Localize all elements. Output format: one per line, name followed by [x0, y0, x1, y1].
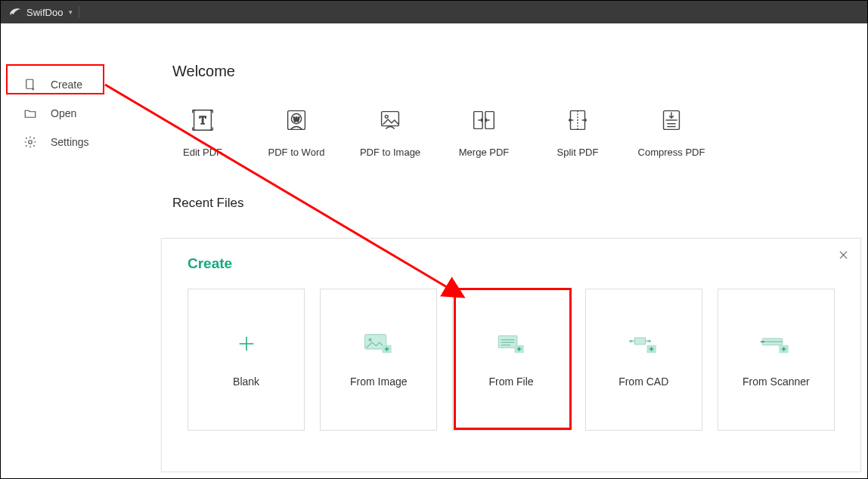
tool-compress-pdf[interactable]: Compress PDF: [641, 106, 702, 158]
app-menu-caret-icon[interactable]: ▾: [69, 8, 73, 16]
create-card-blank[interactable]: Blank: [188, 289, 305, 431]
from-file-icon: [494, 332, 528, 356]
tool-edit-pdf[interactable]: T Edit PDF: [172, 106, 233, 158]
svg-point-35: [630, 340, 633, 343]
svg-rect-34: [635, 338, 646, 345]
create-card-label: From Image: [350, 375, 407, 388]
from-image-icon: [362, 332, 395, 356]
from-scanner-icon: [759, 332, 792, 356]
app-logo-icon: [8, 5, 22, 19]
svg-point-22: [368, 338, 371, 341]
svg-point-1: [29, 141, 33, 144]
sidebar-item-settings[interactable]: Settings: [1, 128, 148, 156]
app-name: SwifDoo: [26, 7, 63, 18]
sidebar-item-label: Create: [51, 79, 82, 91]
tools-row: T Edit PDF W PDF to Word: [172, 106, 867, 158]
sidebar-item-create[interactable]: Create: [1, 70, 148, 99]
split-pdf-icon: [563, 106, 592, 134]
open-icon: [23, 107, 37, 120]
recent-files-heading: Recent Files: [172, 196, 867, 211]
pdf-to-word-icon: W: [282, 106, 311, 134]
create-card-from-cad[interactable]: From CAD: [585, 289, 702, 431]
settings-icon: [23, 135, 37, 149]
svg-text:T: T: [200, 114, 206, 126]
tool-split-pdf[interactable]: Split PDF: [547, 106, 608, 158]
sidebar-item-open[interactable]: Open: [1, 99, 148, 128]
tool-pdf-to-image[interactable]: PDF to Image: [360, 106, 420, 158]
tool-label: Compress PDF: [638, 147, 705, 158]
sidebar-item-label: Settings: [51, 136, 89, 148]
create-card-label: From CAD: [618, 375, 668, 388]
svg-rect-0: [26, 79, 33, 88]
edit-pdf-icon: T: [188, 106, 217, 134]
tool-label: Edit PDF: [183, 147, 222, 158]
svg-text:W: W: [293, 116, 300, 123]
compress-pdf-icon: [657, 106, 686, 134]
sidebar: Create Open Settings: [1, 23, 148, 478]
create-panel-title: Create: [188, 255, 835, 272]
tool-label: PDF to Word: [268, 147, 325, 158]
welcome-heading: Welcome: [172, 63, 867, 80]
create-panel: Create Blank Fro: [161, 238, 861, 472]
from-cad-icon: [627, 332, 660, 356]
create-card-label: Blank: [233, 375, 259, 388]
create-icon: [23, 78, 37, 91]
titlebar: SwifDoo ▾: [1, 1, 867, 23]
tool-pdf-to-word[interactable]: W PDF to Word: [266, 106, 327, 158]
tool-label: PDF to Image: [360, 147, 420, 158]
tool-label: Split PDF: [557, 147, 599, 158]
pdf-to-image-icon: [376, 106, 405, 134]
create-card-from-scanner[interactable]: From Scanner: [718, 289, 835, 431]
close-button[interactable]: [836, 248, 850, 261]
merge-pdf-icon: [470, 106, 498, 134]
tool-label: Merge PDF: [459, 147, 509, 158]
create-card-from-image[interactable]: From Image: [320, 289, 437, 431]
titlebar-separator: [79, 6, 79, 18]
create-card-label: From Scanner: [742, 375, 810, 388]
create-grid: Blank From Image: [188, 289, 835, 431]
tool-merge-pdf[interactable]: Merge PDF: [454, 106, 514, 158]
blank-icon: [230, 332, 263, 356]
sidebar-item-label: Open: [51, 107, 76, 119]
svg-point-36: [648, 340, 651, 343]
svg-point-8: [385, 115, 388, 118]
svg-rect-26: [498, 335, 517, 348]
create-card-label: From File: [488, 375, 533, 388]
create-card-from-file[interactable]: From File: [452, 289, 569, 431]
